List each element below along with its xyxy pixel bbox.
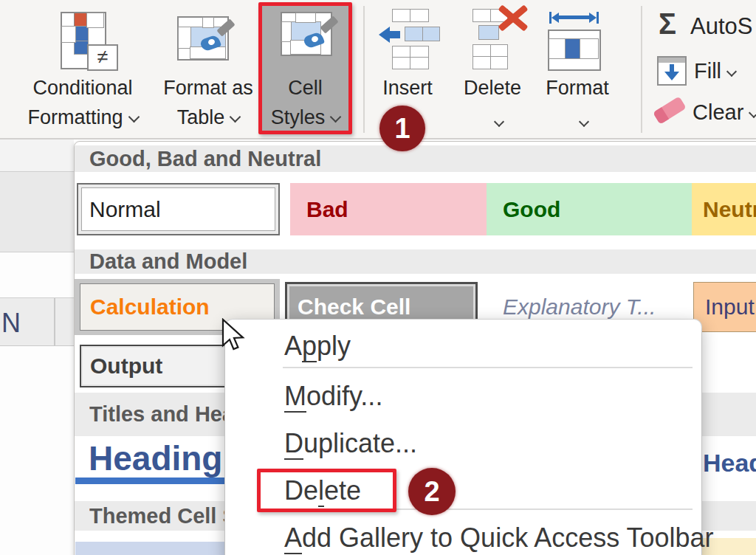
- chevron-down-icon: [749, 108, 756, 118]
- menu-item-duplicate[interactable]: Duplicate...: [225, 423, 701, 464]
- style-heading1[interactable]: Heading 1: [89, 440, 226, 478]
- style-good[interactable]: Good: [487, 183, 696, 235]
- section-header: Titles and Headings: [89, 393, 224, 436]
- brush-icon: [198, 22, 239, 63]
- style-normal-label: Normal: [81, 187, 275, 231]
- heading1-underline: [75, 478, 226, 484]
- worksheet-background: N: [0, 139, 74, 555]
- annotation-box-cell-styles: [258, 2, 352, 134]
- menu-item-apply[interactable]: Apply: [225, 325, 701, 367]
- annotation-box-delete: [257, 469, 396, 512]
- annotation-step-1-number: 1: [394, 113, 410, 145]
- worksheet-cell-text: N: [1, 308, 21, 339]
- gridline: [54, 298, 55, 345]
- chevron-down-icon: [230, 111, 241, 123]
- autosum-label: AutoS: [690, 13, 752, 40]
- fill-down-icon: [657, 56, 687, 86]
- format-as-table-label-2: Table: [177, 106, 225, 128]
- style-neutral[interactable]: Neutral: [692, 183, 756, 235]
- style-input[interactable]: Input: [693, 282, 756, 332]
- ribbon: ≠ Conditional Formatting Format as Table: [0, 0, 756, 139]
- section-good-bad-neutral: Good, Bad and Neutral: [75, 145, 756, 172]
- menu-item-add-gallery-to-qat[interactable]: Add Gallery to Quick Access Toolbar: [225, 517, 701, 555]
- style-good-label: Good: [503, 197, 560, 222]
- format-label: Format: [546, 77, 609, 99]
- annotation-step-2: 2: [408, 468, 456, 515]
- delete-label: Delete: [464, 77, 521, 99]
- conditional-formatting-label-2: Formatting: [27, 106, 123, 128]
- style-explanatory-label: Explanatory T...: [503, 294, 656, 320]
- style-output-label: Output: [90, 354, 162, 379]
- style-normal[interactable]: Normal: [77, 183, 280, 235]
- section-header: Good, Bad and Neutral: [89, 145, 321, 172]
- style-heading4[interactable]: Heading 4: [703, 446, 756, 480]
- annotation-step-2-number: 2: [424, 476, 439, 508]
- clear-label: Clear: [693, 100, 743, 124]
- style-check-cell-label: Check Cell: [298, 294, 410, 320]
- ribbon-group-separator: [363, 6, 365, 133]
- section-header: Themed Cell Styles: [89, 501, 224, 531]
- menu-item-apply-text: A: [284, 331, 302, 361]
- conditional-formatting-label-1: Conditional: [32, 77, 132, 99]
- chevron-down-icon: [726, 66, 737, 77]
- mouse-cursor-icon: [221, 318, 247, 354]
- menu-item-modify[interactable]: Modify...: [225, 376, 701, 417]
- excel-screenshot: ≠ Conditional Formatting Format as Table: [0, 0, 756, 555]
- insert-label: Insert: [382, 77, 433, 99]
- fill-label: Fill: [694, 59, 721, 83]
- not-equal-icon: ≠: [87, 44, 118, 71]
- section-header: Data and Model: [89, 249, 247, 274]
- chevron-down-icon: [579, 117, 589, 127]
- chevron-down-icon: [494, 117, 504, 127]
- chevron-down-icon: [128, 111, 140, 123]
- style-input-label: Input: [705, 294, 755, 320]
- style-neutral-label: Neutral: [703, 197, 756, 222]
- style-bad[interactable]: Bad: [290, 183, 492, 235]
- eraser-icon: [653, 96, 687, 124]
- menu-separator: [283, 367, 693, 368]
- ribbon-group-separator: [641, 6, 642, 133]
- context-menu: Apply Modify... Duplicate... Delete Add …: [225, 320, 701, 555]
- format-as-table-label-1: Format as: [163, 77, 253, 99]
- section-data-and-model: Data and Model: [75, 249, 756, 274]
- sigma-icon: Σ: [659, 7, 676, 41]
- style-bad-label: Bad: [306, 197, 348, 222]
- annotation-step-1: 1: [379, 106, 425, 151]
